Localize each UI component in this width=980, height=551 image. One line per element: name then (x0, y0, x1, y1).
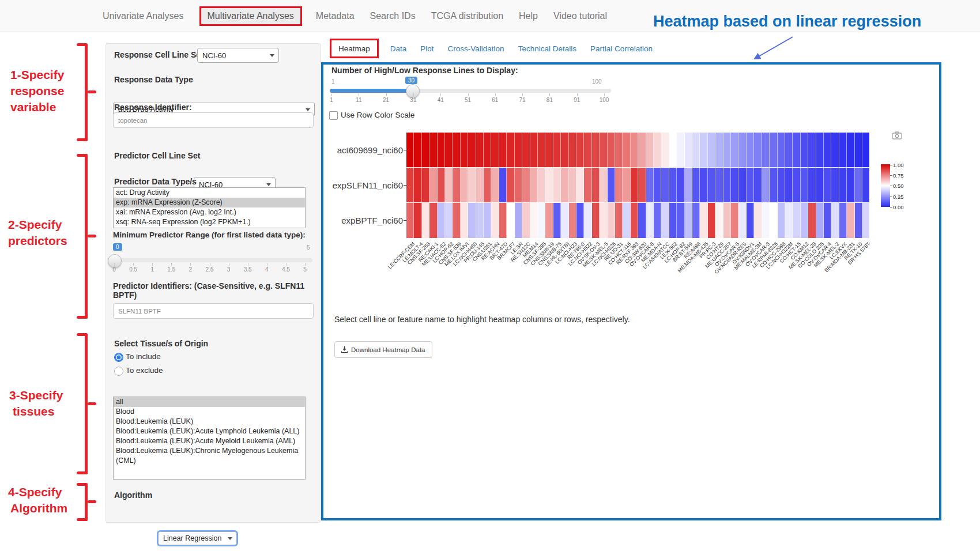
heatmap-cell[interactable] (793, 168, 800, 202)
heatmap-cell[interactable] (831, 168, 839, 202)
heatmap-cell[interactable] (476, 133, 484, 167)
heatmap-cell[interactable] (677, 133, 684, 167)
heatmap-cell[interactable] (507, 133, 514, 167)
heatmap-cell[interactable] (824, 168, 831, 202)
camera-icon[interactable] (892, 131, 902, 139)
heatmap-cell[interactable] (685, 133, 692, 167)
option-act-drug-activity[interactable]: act: Drug Activity (114, 188, 305, 198)
heatmap-cell[interactable] (855, 168, 862, 202)
heatmap-cell[interactable] (669, 203, 677, 238)
option-blood-leukemia-leuk-acute-myeloid-leukemia-aml[interactable]: Blood:Leukemia (LEUK):Acute Myeloid Leuk… (114, 436, 305, 446)
heatmap-cell[interactable] (747, 133, 754, 167)
heatmap-cell[interactable] (793, 133, 800, 167)
heatmap-cell[interactable] (646, 203, 654, 238)
heatmap-cell[interactable] (646, 133, 654, 167)
heatmap-cell[interactable] (723, 168, 731, 202)
row-label-expbptf-nci60[interactable]: expBPTF_nci60 (323, 216, 403, 225)
heatmap-cell[interactable] (438, 133, 445, 167)
heatmap-cell[interactable] (438, 203, 445, 238)
heatmap-cell[interactable] (438, 168, 445, 202)
heatmap-cell[interactable] (677, 168, 684, 202)
heatmap-cell[interactable] (530, 203, 538, 238)
heatmap-cell[interactable] (793, 203, 800, 238)
heatmap-cell[interactable] (429, 203, 437, 238)
heatmap-cell[interactable] (862, 133, 869, 167)
option-xai-mrna-expression-avg-log2-int[interactable]: xai: mRNA Expression (Avg. log2 Int.) (114, 207, 305, 217)
heatmap-cell[interactable] (801, 133, 808, 167)
heatmap-cell[interactable] (584, 133, 591, 167)
heatmap-cell[interactable] (484, 133, 491, 167)
heatmap-cell[interactable] (522, 133, 530, 167)
heatmap-cell[interactable] (631, 133, 638, 167)
heatmap-cell[interactable] (700, 203, 707, 238)
heatmap-cell[interactable] (654, 168, 661, 202)
heatmap-cell[interactable] (855, 203, 862, 238)
heatmap-cell[interactable] (824, 133, 831, 167)
heatmap-cell[interactable] (422, 203, 429, 238)
tissue-listbox[interactable]: allBloodBlood:Leukemia (LEUK)Blood:Leuke… (113, 397, 306, 480)
heatmap-cell[interactable] (491, 168, 499, 202)
tissue-include-label[interactable]: To include (126, 352, 161, 361)
heatmap-cell[interactable] (816, 203, 824, 238)
tab-partial-correlation[interactable]: Partial Correlation (590, 44, 653, 53)
heatmap-cell[interactable] (839, 203, 847, 238)
heatmap-cell[interactable] (731, 133, 738, 167)
heatmap-cell[interactable] (499, 203, 507, 238)
heatmap-cell[interactable] (453, 168, 460, 202)
heatmap-cell[interactable] (592, 133, 600, 167)
heatmap-cell[interactable] (453, 203, 460, 238)
heatmap-cell[interactable] (561, 168, 568, 202)
heatmap-cell[interactable] (638, 203, 646, 238)
heatmap-cell[interactable] (847, 168, 854, 202)
heatmap-cell[interactable] (406, 133, 414, 167)
heatmap-cell[interactable] (569, 133, 576, 167)
heatmap-cell[interactable] (484, 203, 491, 238)
row-color-scale-checkbox[interactable] (329, 111, 338, 120)
heatmap-cell[interactable] (600, 203, 607, 238)
nav-item-multivariate-analyses[interactable]: Multivariate Analyses (199, 6, 302, 26)
heatmap-cell[interactable] (770, 168, 777, 202)
heatmap-cell[interactable] (677, 203, 684, 238)
heatmap-cell[interactable] (669, 168, 677, 202)
heatmap-cell[interactable] (738, 133, 746, 167)
heatmap-cell[interactable] (808, 168, 816, 202)
heatmap-cell[interactable] (623, 133, 630, 167)
tissue-exclude-radio[interactable] (114, 367, 123, 376)
heatmap-cell[interactable] (406, 168, 414, 202)
heatmap-cell[interactable] (445, 168, 453, 202)
heatmap-cell[interactable] (538, 203, 545, 238)
heatmap-cell[interactable] (862, 168, 869, 202)
option-blood-leukemia-leuk-chronic-myelogenous-leukemia-cml[interactable]: Blood:Leukemia (LEUK):Chronic Myelogenou… (114, 446, 305, 466)
heatmap-cell[interactable] (538, 168, 545, 202)
heatmap-cell[interactable] (801, 168, 808, 202)
heatmap-cell[interactable] (661, 203, 669, 238)
heatmap-cell[interactable] (708, 133, 715, 167)
heatmap-cell[interactable] (839, 168, 847, 202)
heatmap-cell[interactable] (429, 168, 437, 202)
heatmap-cell[interactable] (661, 133, 669, 167)
heatmap-cell[interactable] (445, 203, 453, 238)
tab-cross-validation[interactable]: Cross-Validation (448, 44, 504, 53)
heatmap-cell[interactable] (692, 203, 700, 238)
heatmap-cell[interactable] (669, 133, 677, 167)
heatmap-cell[interactable] (816, 168, 824, 202)
heatmap-cell[interactable] (801, 203, 808, 238)
tab-technical-details[interactable]: Technical Details (518, 44, 576, 53)
heatmap-cell[interactable] (661, 168, 669, 202)
heatmap-cell[interactable] (808, 203, 816, 238)
response-cell-line-set-select[interactable]: NCI-60 (197, 48, 279, 63)
heatmap-cell[interactable] (461, 203, 468, 238)
predictor-identifiers-input[interactable]: SLFN11 BPTF (113, 303, 314, 319)
option-blood-leukemia-leuk[interactable]: Blood:Leukemia (LEUK) (114, 417, 305, 427)
heatmap-cell[interactable] (561, 203, 568, 238)
nav-item-video-tutorial[interactable]: Video tutorial (553, 11, 607, 21)
heatmap-cell[interactable] (831, 133, 839, 167)
heatmap-cell[interactable] (692, 168, 700, 202)
heatmap-cell[interactable] (414, 203, 421, 238)
heatmap-cell[interactable] (762, 203, 770, 238)
tissue-include-radio[interactable] (114, 353, 123, 362)
heatmap-cell[interactable] (631, 203, 638, 238)
heatmap-cell[interactable] (569, 203, 576, 238)
heatmap-cell[interactable] (623, 168, 630, 202)
heatmap-cell[interactable] (654, 133, 661, 167)
